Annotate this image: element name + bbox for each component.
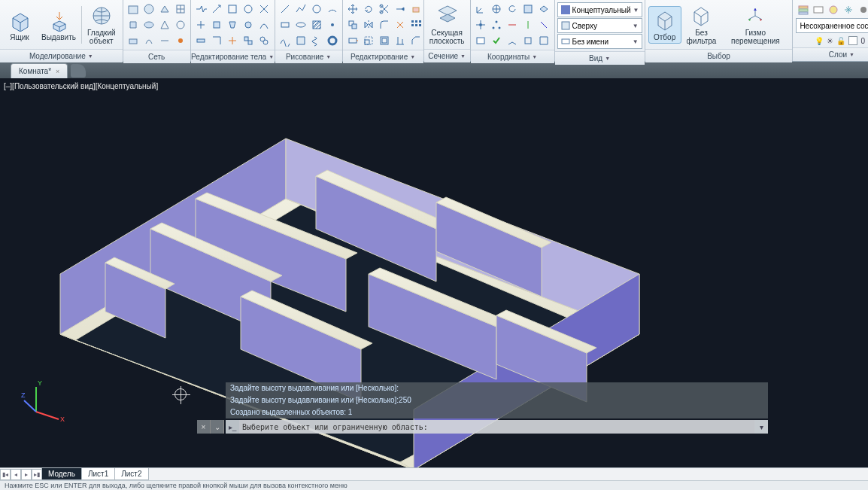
arc-icon[interactable] xyxy=(326,2,340,16)
layer-props-icon[interactable] xyxy=(796,2,810,17)
array-icon[interactable] xyxy=(409,17,423,32)
layer-iso-icon[interactable] xyxy=(826,2,840,17)
ucs-icon[interactable] xyxy=(474,2,488,16)
mesh-tool-icon[interactable] xyxy=(142,2,156,16)
layer-freeze-icon[interactable] xyxy=(841,2,855,17)
ucs-x-icon[interactable] xyxy=(505,17,520,32)
close-tab-icon[interactable]: × xyxy=(56,68,59,75)
layout-tab-sheet1[interactable]: Лист1 xyxy=(81,468,115,480)
solidedit-tool-icon[interactable] xyxy=(210,17,224,32)
section-plane-button[interactable]: Секущая плоскость xyxy=(427,2,467,47)
spline-icon[interactable] xyxy=(278,33,293,47)
view-top-combo[interactable]: Сверху▼ xyxy=(557,18,642,33)
polyline-icon[interactable] xyxy=(294,2,308,16)
solidedit-tool-icon[interactable] xyxy=(257,17,272,32)
layer-state-icon[interactable] xyxy=(811,2,825,17)
visual-style-combo[interactable]: Концептуальный▼ xyxy=(557,2,642,17)
offset-icon[interactable] xyxy=(378,33,392,47)
solidedit-tool-icon[interactable] xyxy=(257,2,272,16)
solidedit-tool-icon[interactable] xyxy=(241,17,256,32)
mesh-tool-icon[interactable] xyxy=(174,17,188,32)
filter-off-button[interactable]: Отбор xyxy=(648,6,681,44)
ucs-world-icon[interactable] xyxy=(490,2,504,16)
region-icon[interactable] xyxy=(294,33,308,47)
command-input[interactable] xyxy=(239,423,754,431)
ucs-icon2[interactable] xyxy=(505,33,520,47)
view-named-combo[interactable]: Без имени▼ xyxy=(557,34,642,49)
rotate-icon[interactable] xyxy=(362,2,376,16)
ellipse-icon[interactable] xyxy=(294,17,308,32)
align-icon[interactable] xyxy=(393,33,408,47)
ucs-z-icon[interactable] xyxy=(537,17,551,32)
mesh-tool-icon[interactable] xyxy=(174,2,188,16)
mesh-tool-icon[interactable] xyxy=(126,33,141,47)
cmd-dropdown-icon[interactable]: ▾ xyxy=(754,420,768,434)
color-swatch[interactable] xyxy=(848,36,857,45)
mesh-tool-icon[interactable] xyxy=(142,17,156,32)
ucs-3point-icon[interactable] xyxy=(490,17,504,32)
chamfer-icon[interactable] xyxy=(409,33,423,47)
mesh-tool-icon[interactable] xyxy=(126,2,141,16)
solidedit-tool-icon[interactable] xyxy=(210,33,224,47)
mesh-tool-icon[interactable] xyxy=(126,17,141,32)
ucs-face-icon[interactable] xyxy=(521,2,536,16)
tab-prev-icon[interactable]: ◂ xyxy=(11,469,21,480)
circle-icon[interactable] xyxy=(310,2,324,16)
solidedit-tool-icon[interactable] xyxy=(210,2,224,16)
ucs-view-icon[interactable] xyxy=(537,2,551,16)
trim-icon[interactable] xyxy=(378,2,392,16)
donut-icon[interactable] xyxy=(326,33,340,47)
layout-tab-sheet2[interactable]: Лист2 xyxy=(114,468,148,480)
mirror-icon[interactable] xyxy=(362,17,376,32)
ucs-named-icon[interactable] xyxy=(474,33,488,47)
mesh-tool-icon[interactable] xyxy=(158,33,172,47)
explode-icon[interactable] xyxy=(393,17,408,32)
model-viewport[interactable]: [–][Пользовательский вид][Концептуальный… xyxy=(0,78,868,468)
new-tab-button[interactable] xyxy=(71,64,86,78)
tab-next-icon[interactable]: ▸ xyxy=(21,469,32,480)
line-icon[interactable] xyxy=(278,2,293,16)
rectangle-icon[interactable] xyxy=(278,17,293,32)
tab-first-icon[interactable]: ▮◂ xyxy=(0,469,11,480)
solidedit-tool-icon[interactable] xyxy=(226,2,240,16)
mesh-tool-icon[interactable] xyxy=(174,33,188,47)
copy-icon[interactable] xyxy=(346,17,360,32)
hatch-icon[interactable] xyxy=(310,17,324,32)
fillet-icon[interactable] xyxy=(378,17,392,32)
solidedit-tool-icon[interactable] xyxy=(226,17,240,32)
cmd-opts-icon[interactable]: ⌄ xyxy=(211,420,224,434)
solidedit-tool-icon[interactable] xyxy=(257,33,272,47)
layer-state-combo[interactable]: Несохраненное состояние л xyxy=(796,18,868,33)
solidedit-tool-icon[interactable] xyxy=(194,2,208,16)
ucs-icon4[interactable] xyxy=(537,33,551,47)
scale-icon[interactable] xyxy=(362,33,376,47)
ucs-apply-icon[interactable] xyxy=(490,33,504,47)
smooth-object-button[interactable]: Гладкий объект xyxy=(83,2,120,47)
move-gizmo-button[interactable]: Гизмо перемещения xyxy=(721,2,789,47)
tab-last-icon[interactable]: ▸▮ xyxy=(32,469,42,480)
cmd-close-icon[interactable]: × xyxy=(197,420,211,434)
ucs-prev-icon[interactable] xyxy=(505,2,520,16)
ucs-origin-icon[interactable] xyxy=(474,17,488,32)
mesh-tool-icon[interactable] xyxy=(158,2,172,16)
ucs-y-icon[interactable] xyxy=(521,17,536,32)
erase-icon[interactable] xyxy=(409,2,423,16)
extend-icon[interactable] xyxy=(393,2,408,16)
helix-icon[interactable] xyxy=(310,33,324,47)
mesh-tool-icon[interactable] xyxy=(158,17,172,32)
no-filter-button[interactable]: Без фильтра xyxy=(683,2,721,47)
solidedit-tool-icon[interactable] xyxy=(226,33,240,47)
file-tab-active[interactable]: Комната* × xyxy=(11,63,68,78)
solidedit-tool-icon[interactable] xyxy=(241,2,256,16)
box-button[interactable]: Ящик xyxy=(3,6,36,44)
layer-off-icon[interactable] xyxy=(856,2,868,17)
point-icon[interactable] xyxy=(326,17,340,32)
move-icon[interactable] xyxy=(346,2,360,16)
ucs-icon3[interactable] xyxy=(521,33,536,47)
solidedit-tool-icon[interactable] xyxy=(241,33,256,47)
solidedit-tool-icon[interactable] xyxy=(194,17,208,32)
stretch-icon[interactable] xyxy=(346,33,360,47)
solidedit-tool-icon[interactable] xyxy=(194,33,208,47)
extrude-button[interactable]: Выдавить xyxy=(38,6,80,44)
layout-tab-model[interactable]: Модель xyxy=(41,468,82,480)
